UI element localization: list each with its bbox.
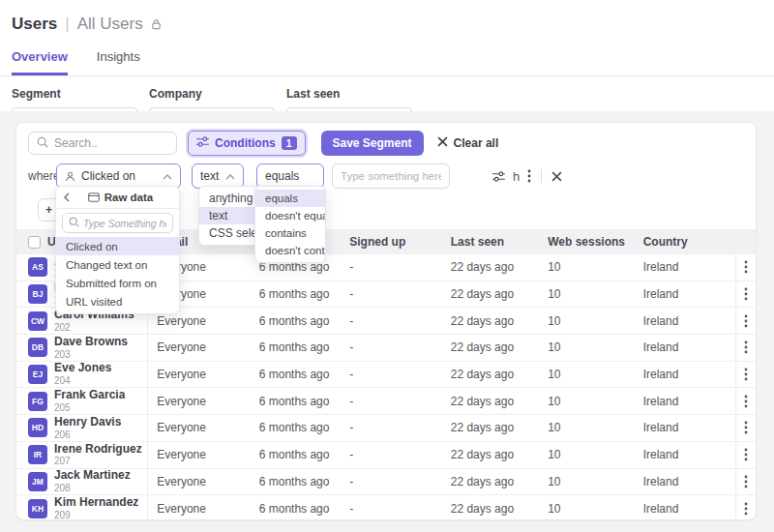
row-menu-button[interactable] [735, 362, 756, 388]
row-menu-button[interactable] [735, 281, 756, 308]
user-cell[interactable]: JM Jack Martinez 208 [16, 469, 148, 495]
table-row: KH Kim Hernandez 209 Everyone 6 months a… [16, 495, 756, 520]
web-sessions-cell: 10 [535, 281, 631, 308]
row-menu-button[interactable] [735, 442, 756, 468]
last-seen-cell: 22 days ago [439, 469, 535, 495]
search-input[interactable] [54, 136, 168, 150]
avatar: CW [28, 311, 47, 331]
user-cell[interactable]: KH Kim Hernandez 209 [16, 495, 148, 520]
tab[interactable]: Overview [12, 49, 68, 75]
segment-cell: Everyone [148, 388, 243, 414]
row-menu-button[interactable] [735, 388, 756, 414]
select-all-checkbox[interactable] [28, 236, 41, 249]
signed-up-cell: - [338, 495, 438, 520]
operator-option[interactable]: doesn't equal [255, 207, 325, 224]
row-menu-button[interactable] [735, 495, 756, 520]
save-segment-button[interactable]: Save Segment [321, 131, 424, 156]
event-option[interactable]: URL visited [56, 292, 179, 310]
operator-option[interactable]: doesn't cont... [255, 242, 325, 259]
country-cell: Ireland [632, 362, 735, 388]
event-panel-header: Raw data [56, 187, 179, 209]
first-seen-cell: 6 months ago [244, 469, 339, 495]
toolbar: Conditions 1 Save Segment Clear all [28, 131, 744, 156]
user-id: 209 [54, 510, 138, 520]
avatar: AS [28, 257, 47, 277]
segment-card: Conditions 1 Save Segment Clear all wher… [15, 122, 757, 520]
avatar: KH [28, 499, 47, 518]
user-cell[interactable]: HD Henry Davis 206 [16, 415, 148, 441]
page-title: Users [12, 15, 57, 34]
user-cell[interactable]: DB Dave Browns 203 [16, 335, 148, 361]
operator-value: equals [265, 169, 299, 183]
user-name: Eve Jones [54, 362, 111, 375]
first-seen-cell: 6 months ago [244, 442, 339, 468]
h-icon[interactable]: h [513, 170, 520, 183]
last-seen-cell: 22 days ago [439, 415, 535, 441]
first-seen-cell: 6 months ago [244, 388, 339, 414]
user-cell[interactable]: FG Frank Garcia 205 [16, 388, 148, 414]
avatar: JM [28, 472, 47, 491]
user-name: Frank Garcia [54, 389, 125, 402]
kebab-menu-icon [744, 314, 748, 328]
user-id: 206 [54, 429, 121, 441]
remove-condition-icon[interactable] [551, 171, 562, 182]
content-section: Conditions 1 Save Segment Clear all wher… [0, 111, 774, 532]
event-panel-search[interactable] [62, 213, 173, 233]
web-sessions-cell: 10 [535, 254, 631, 281]
signed-up-cell: - [338, 335, 438, 361]
user-cell[interactable]: IR Irene Rodriguez 207 [16, 442, 148, 468]
country-cell: Ireland [632, 495, 735, 520]
table-row: IR Irene Rodriguez 207 Everyone 6 months… [16, 442, 756, 469]
country-cell: Ireland [632, 335, 735, 361]
close-icon [437, 136, 448, 150]
sliders-icon[interactable] [492, 171, 505, 182]
row-menu-button[interactable] [735, 335, 756, 361]
signed-up-cell: - [338, 281, 438, 308]
table-row: EJ Eve Jones 204 Everyone 6 months ago -… [16, 362, 756, 389]
user-name: Irene Rodriguez [54, 443, 142, 457]
kebab-menu-icon[interactable] [527, 169, 531, 183]
kebab-menu-icon [744, 502, 748, 516]
search-icon [37, 134, 48, 152]
user-name: Jack Martinez [54, 469, 131, 483]
country-cell: Ireland [632, 415, 735, 441]
condition-row-actions: h [492, 169, 562, 183]
web-sessions-cell: 10 [535, 469, 631, 495]
search-box[interactable] [28, 132, 177, 155]
conditions-count-badge: 1 [282, 136, 297, 150]
user-cell[interactable]: EJ Eve Jones 204 [16, 362, 148, 388]
event-option[interactable]: Submitted form on [56, 274, 179, 292]
conditions-label: Conditions [215, 136, 276, 150]
row-menu-button[interactable] [735, 469, 756, 495]
row-menu-button[interactable] [735, 254, 756, 281]
signed-up-cell: - [338, 308, 438, 334]
avatar: DB [28, 338, 47, 357]
lock-icon [151, 15, 162, 35]
clear-all-button[interactable]: Clear all [437, 136, 499, 150]
operator-option[interactable]: equals [255, 190, 325, 207]
operator-option[interactable]: contains [255, 224, 325, 242]
row-menu-button[interactable] [735, 415, 756, 441]
event-option[interactable]: Clicked on [56, 237, 179, 255]
condition-value-input[interactable] [332, 163, 450, 189]
column-actions [735, 229, 756, 254]
event-category-label: Raw data [104, 192, 154, 203]
first-seen-cell: 6 months ago [244, 308, 339, 334]
row-menu-button[interactable] [735, 308, 756, 334]
event-option[interactable]: Changed text on [56, 255, 179, 274]
segment-cell: Everyone [148, 335, 243, 361]
column-signed-up: Signed up [338, 229, 438, 254]
filter-label: Company [149, 87, 275, 101]
person-icon [65, 171, 75, 182]
tab[interactable]: Insights [97, 49, 140, 75]
user-name: Dave Browns [54, 336, 128, 349]
signed-up-cell: - [338, 469, 438, 495]
users-page: Users | All Users OverviewInsights Segme… [0, 0, 774, 532]
country-cell: Ireland [632, 442, 735, 468]
operator-options-panel: equalsdoesn't equalcontainsdoesn't cont.… [254, 186, 326, 263]
conditions-button[interactable]: Conditions 1 [188, 131, 306, 156]
kebab-menu-icon [744, 448, 748, 461]
segment-cell: Everyone [148, 362, 243, 388]
event-search-input[interactable] [83, 218, 166, 229]
country-cell: Ireland [632, 388, 735, 414]
